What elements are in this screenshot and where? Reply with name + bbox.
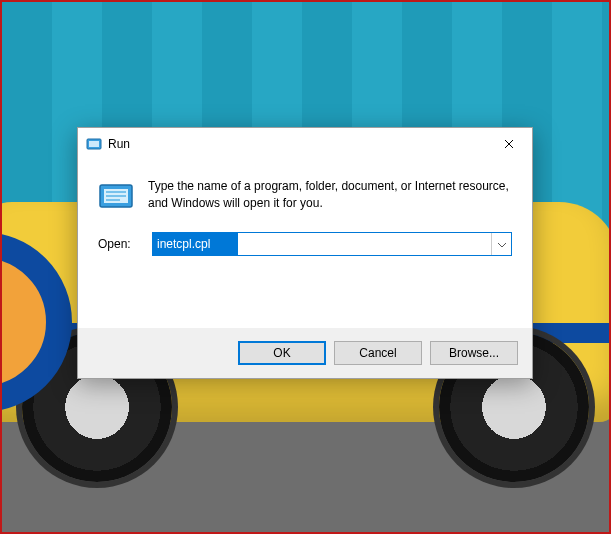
titlebar[interactable]: Run xyxy=(78,128,532,160)
run-icon xyxy=(98,178,134,214)
close-icon xyxy=(504,137,514,151)
run-dialog: Run Type the name of a program, folder, … xyxy=(77,127,533,379)
open-label: Open: xyxy=(98,237,140,251)
input-row: Open: xyxy=(78,220,532,264)
ok-button[interactable]: OK xyxy=(238,341,326,365)
chevron-down-icon xyxy=(498,237,506,251)
close-button[interactable] xyxy=(486,128,532,160)
dialog-description: Type the name of a program, folder, docu… xyxy=(148,178,512,214)
button-row: OK Cancel Browse... xyxy=(78,328,532,378)
cancel-button[interactable]: Cancel xyxy=(334,341,422,365)
svg-rect-1 xyxy=(89,141,99,147)
content-area: Type the name of a program, folder, docu… xyxy=(78,160,532,220)
run-icon xyxy=(86,136,102,152)
open-combobox[interactable] xyxy=(152,232,512,256)
dialog-title: Run xyxy=(108,137,486,151)
open-input[interactable] xyxy=(153,233,238,255)
browse-label: Browse... xyxy=(449,346,499,360)
dropdown-button[interactable] xyxy=(491,233,511,255)
browse-button[interactable]: Browse... xyxy=(430,341,518,365)
